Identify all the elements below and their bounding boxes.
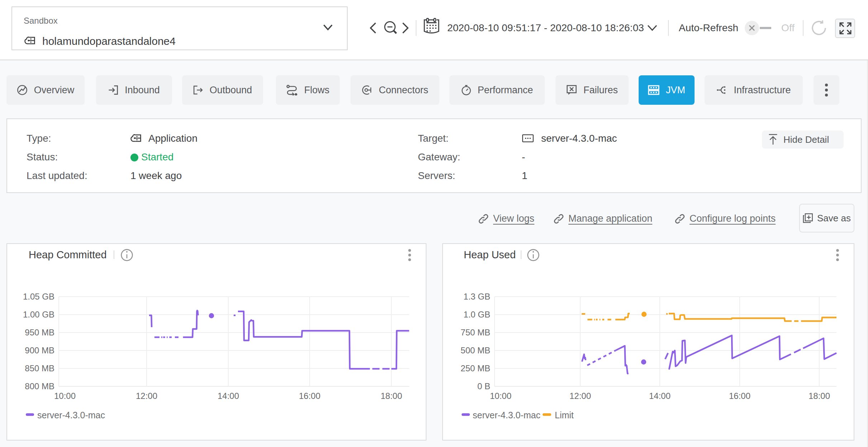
svg-text:Limit: Limit [555,410,574,420]
svg-text:Heap Used: Heap Used [464,249,516,260]
svg-text:1.3 GB: 1.3 GB [463,292,490,301]
svg-text:Heap Committed: Heap Committed [29,249,107,260]
svg-text:1.05 GB: 1.05 GB [23,292,54,301]
svg-text:12:00: 12:00 [136,391,157,401]
svg-text:18:00: 18:00 [809,391,830,401]
svg-text:750 MB: 750 MB [461,328,490,337]
svg-text:16:00: 16:00 [299,391,320,401]
svg-text:server-4.3.0-mac: server-4.3.0-mac [37,410,105,420]
svg-text:950 MB: 950 MB [25,328,54,337]
svg-text:12:00: 12:00 [569,391,591,401]
svg-text:18:00: 18:00 [381,391,402,401]
svg-text:16:00: 16:00 [729,391,750,401]
svg-text:0 B: 0 B [477,381,490,391]
svg-text:14:00: 14:00 [218,391,239,401]
svg-text:1.0 GB: 1.0 GB [463,310,490,319]
svg-text:250 MB: 250 MB [461,363,490,373]
svg-text:14:00: 14:00 [649,391,671,401]
svg-text:800 MB: 800 MB [25,381,54,391]
svg-text:10:00: 10:00 [490,391,511,401]
svg-text:850 MB: 850 MB [25,363,54,373]
svg-text:1.00 GB: 1.00 GB [23,310,54,319]
svg-text:10:00: 10:00 [54,391,76,401]
svg-text:server-4.3.0-mac: server-4.3.0-mac [473,410,540,420]
svg-text:500 MB: 500 MB [461,345,490,355]
svg-text:900 MB: 900 MB [25,345,54,355]
